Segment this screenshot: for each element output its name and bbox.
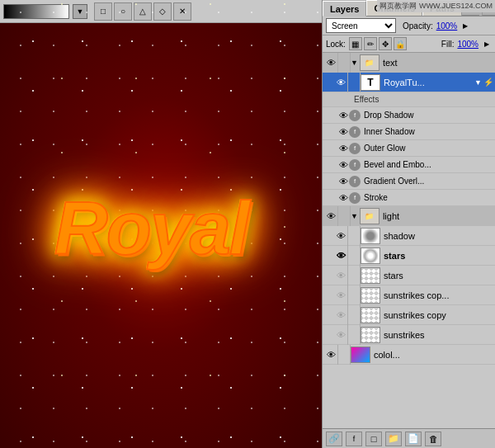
eye-icon-light: 👁 — [327, 211, 336, 221]
layer-row-light-group[interactable]: 👁 ▼ 📁 light — [323, 206, 495, 226]
thumb-color — [351, 347, 370, 363]
vis-drop-shadow[interactable]: 👁 — [337, 109, 349, 122]
effects-label: Effects — [323, 92, 495, 107]
tab-layers[interactable]: Layers — [323, 1, 366, 17]
lock-position-btn[interactable]: ✥ — [379, 37, 392, 50]
blend-mode-select[interactable]: Screen — [326, 18, 396, 33]
link-sunstrikes — [347, 325, 361, 345]
thumb-stars-bold — [361, 248, 380, 264]
tool-btn-2[interactable]: ○ — [114, 2, 132, 21]
layer-row-stars[interactable]: 👁 stars — [323, 266, 495, 285]
lock-transparent-btn[interactable]: ▦ — [349, 37, 362, 50]
expand-arrow-text[interactable]: ▼ — [351, 59, 358, 67]
gradient-preview[interactable] — [3, 4, 69, 19]
eye-icon-bevel: 👁 — [339, 160, 348, 170]
eye-icon-outer-glow: 👁 — [339, 144, 348, 153]
thumb-royaltu: T — [361, 74, 380, 91]
effect-row-drop-shadow[interactable]: 👁 f Drop Shadow — [323, 107, 495, 124]
eye-icon-stroke: 👁 — [339, 193, 348, 203]
canvas-text: Royal — [54, 186, 248, 271]
vis-sunstrikes[interactable]: 👁 — [334, 328, 347, 342]
layer-name-color: colol... — [370, 350, 493, 360]
thumb-sunstrikes-cop — [361, 287, 380, 304]
effect-icon-stroke: f — [349, 192, 361, 204]
effect-name-gradient: Gradient Overl... — [364, 177, 424, 186]
link-shadow — [347, 226, 361, 246]
layers-panel: 网页教学网 WWW.JUES124.COM Layers Channels Pa… — [322, 0, 495, 448]
effect-row-gradient[interactable]: 👁 f Gradient Overl... — [323, 173, 495, 190]
tool-btn-3[interactable]: △ — [134, 2, 152, 21]
effect-name-inner-shadow: Inner Shadow — [364, 127, 415, 136]
effect-icon-bevel: f — [349, 159, 361, 171]
vis-gradient[interactable]: 👁 — [337, 175, 349, 188]
vis-text-group[interactable]: 👁 — [324, 56, 337, 69]
layer-row-sunstrikes-cop[interactable]: 👁 sunstrikes cop... — [323, 285, 495, 305]
tool-btn-1[interactable]: □ — [94, 2, 112, 21]
new-group-btn[interactable]: 📁 — [385, 431, 402, 446]
fill-label: Fill: — [441, 40, 455, 49]
eye-icon-color: 👁 — [327, 350, 336, 360]
vis-royaltu[interactable]: 👁 — [334, 76, 347, 89]
expand-arrow-light[interactable]: ▼ — [351, 212, 358, 220]
fill-arrow[interactable]: ▶ — [482, 39, 492, 49]
effect-name-outer-glow: Outer Glow — [364, 144, 406, 153]
vis-inner-shadow[interactable]: 👁 — [337, 125, 349, 139]
eye-icon-inner-shadow: 👁 — [339, 127, 348, 137]
delete-layer-btn[interactable]: 🗑 — [425, 431, 441, 446]
layer-row-royaltu[interactable]: 👁 T RoyalTu... ▼ ⚡ — [323, 73, 495, 92]
tool-buttons: □ ○ △ ◇ ✕ — [94, 2, 191, 21]
lock-fill-row: Lock: ▦ ✏ ✥ 🔒 Fill: 100% ▶ — [323, 35, 495, 53]
vis-bevel[interactable]: 👁 — [337, 158, 349, 172]
link-layers-btn[interactable]: 🔗 — [326, 431, 342, 446]
fill-value[interactable]: 100% — [457, 40, 478, 49]
vis-stroke[interactable]: 👁 — [337, 191, 349, 205]
layer-row-color[interactable]: 👁 colol... — [323, 345, 495, 365]
tool-btn-4[interactable]: ◇ — [153, 2, 172, 21]
layer-name-sunstrikes: sunstrikes — [380, 330, 493, 340]
effect-row-stroke[interactable]: 👁 f Stroke — [323, 190, 495, 206]
vis-sunstrikes-copy[interactable]: 👁 — [334, 309, 347, 322]
vis-stars[interactable]: 👁 — [334, 269, 347, 282]
vis-color[interactable]: 👁 — [324, 348, 337, 361]
add-style-btn[interactable]: f — [346, 431, 362, 446]
opacity-value[interactable]: 100% — [436, 21, 458, 31]
effect-row-inner-shadow[interactable]: 👁 f Inner Shadow — [323, 124, 495, 140]
add-mask-btn[interactable]: □ — [365, 431, 382, 446]
opacity-arrow[interactable]: ▶ — [460, 21, 470, 31]
watermark-top-right: 网页教学网 WWW.JUES124.COM — [377, 0, 495, 12]
mode-dropdown[interactable]: ▼ — [73, 4, 87, 19]
eye-icon: 👁 — [327, 58, 336, 68]
vis-outer-glow[interactable]: 👁 — [337, 142, 349, 155]
effect-row-outer-glow[interactable]: 👁 f Outer Glow — [323, 140, 495, 157]
lock-label: Lock: — [326, 40, 346, 49]
new-layer-btn[interactable]: 📄 — [405, 431, 422, 446]
tool-btn-5[interactable]: ✕ — [173, 2, 191, 21]
layers-list: 👁 ▼ 📁 text 👁 T RoyalTu... ▼ ⚡ Ef — [323, 53, 495, 428]
eye-icon-drop-shadow: 👁 — [339, 111, 348, 120]
vis-shadow[interactable]: 👁 — [334, 229, 347, 243]
effect-icon-inner-shadow: f — [349, 126, 361, 138]
thumb-shadow — [361, 228, 380, 244]
layer-row-sunstrikes-copy[interactable]: 👁 sunstrikes copy — [323, 305, 495, 325]
lock-all-btn[interactable]: 🔒 — [394, 37, 407, 50]
layer-row-stars-bold[interactable]: 👁 stars — [323, 246, 495, 266]
link-royaltu — [347, 73, 361, 92]
layer-row-text-group[interactable]: 👁 ▼ 📁 text — [323, 53, 495, 73]
vis-light-group[interactable]: 👁 — [324, 210, 337, 223]
eye-icon-gradient: 👁 — [339, 177, 348, 186]
layer-name-text-group: text — [380, 58, 493, 68]
lock-pixels-btn[interactable]: ✏ — [364, 37, 377, 50]
layer-name-royaltu: RoyalTu... — [380, 78, 473, 87]
blend-opacity-row: Screen Opacity: 100% ▶ — [323, 17, 495, 35]
layer-name-light-group: light — [380, 211, 493, 221]
link-sunstrikes-copy — [347, 305, 361, 325]
vis-stars-bold[interactable]: 👁 — [334, 249, 347, 262]
layer-row-shadow[interactable]: 👁 shadow — [323, 226, 495, 246]
effect-name-bevel: Bevel and Embo... — [364, 160, 431, 169]
layer-name-stars: stars — [380, 271, 493, 281]
effect-name-drop-shadow: Drop Shadow — [364, 111, 414, 120]
effect-row-bevel[interactable]: 👁 f Bevel and Embo... — [323, 157, 495, 173]
layer-row-sunstrikes[interactable]: 👁 sunstrikes — [323, 325, 495, 345]
vis-sunstrikes-cop[interactable]: 👁 — [334, 289, 347, 302]
link-stars-bold — [347, 246, 361, 266]
